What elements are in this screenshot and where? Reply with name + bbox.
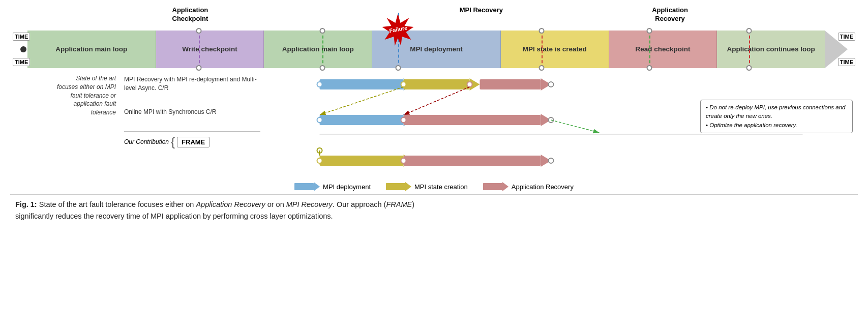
frame-label: FRAME — [177, 137, 209, 147]
dot-bot-6 — [746, 65, 752, 71]
caption-text-4: ) — [412, 200, 414, 208]
brace-icon: { — [171, 136, 175, 148]
caption-text-5: significantly reduces the recovery time … — [15, 212, 333, 220]
seg-app-continues: Application continues loop — [717, 31, 825, 68]
bullet-icon-2: • — [706, 122, 708, 128]
svg-point-14 — [401, 82, 406, 87]
legend-arrow-yellow — [386, 182, 411, 191]
time-bottom-left: TIME — [13, 58, 30, 66]
legend-arrow-body-red — [483, 183, 502, 190]
dot-top-5 — [647, 28, 652, 34]
dot-top-2 — [320, 28, 325, 34]
svg-point-16 — [549, 82, 554, 87]
fig-label: Fig. 1: — [15, 200, 37, 208]
legend: MPI deployment MPI state creation Applic… — [10, 182, 858, 191]
legend-arrow-body-blue — [294, 183, 314, 190]
svg-point-23 — [317, 117, 322, 123]
svg-point-24 — [401, 117, 406, 123]
time-top-left: TIME — [13, 33, 30, 41]
caption-text-1: State of the art fault tolerance focuses… — [39, 200, 196, 208]
bullet-icon-1: • — [706, 104, 708, 110]
svg-rect-21 — [404, 115, 541, 125]
divider — [124, 131, 260, 132]
legend-app-recovery: Application Recovery — [483, 182, 574, 191]
seg-write-checkpoint: Write checkpoint — [156, 31, 264, 68]
svg-line-26 — [551, 120, 600, 133]
right-arrows-area: • Do not re-deploy MPI, use previous con… — [264, 74, 858, 178]
svg-point-35 — [401, 158, 406, 163]
vline-red2 — [749, 31, 750, 68]
legend-label-mpi: MPI deployment — [323, 183, 371, 191]
svg-rect-19 — [320, 115, 404, 125]
seg-mpi-state: MPI state is created — [501, 31, 609, 68]
legend-arrowtip-yellow — [405, 182, 411, 191]
app-recovery-header: Application Recovery — [652, 6, 688, 23]
arrow-body: Application main loop Write checkpoint A… — [27, 31, 825, 68]
legend-mpi-state: MPI state creation — [386, 182, 468, 191]
legend-arrowtip-red — [502, 182, 508, 191]
caption-italic-2: MPI Recovery — [286, 200, 333, 208]
svg-point-32 — [317, 158, 322, 163]
legend-arrow-blue — [294, 182, 320, 191]
timeline-area: TIME TIME TIME TIME Application main loo… — [20, 31, 848, 68]
row1-label: MPI Recovery with MPI re-deployment and … — [124, 75, 260, 93]
vline-green — [322, 31, 323, 68]
svg-rect-7 — [320, 79, 404, 89]
dot-top-1 — [196, 28, 202, 34]
caption-text-3: . Our approach ( — [333, 200, 386, 208]
dot-top-6 — [746, 28, 752, 34]
legend-arrow-body-yellow — [386, 183, 405, 190]
legend-label-state: MPI state creation — [414, 183, 468, 191]
diagram-wrapper: Application Checkpoint MPI Recovery Appl… — [10, 5, 858, 191]
legend-arrowtip-blue — [314, 182, 320, 191]
left-annotation-col: State of the art focuses either on MPI f… — [20, 74, 122, 178]
svg-line-17 — [320, 87, 404, 115]
legend-arrow-red — [483, 182, 508, 191]
seg-app-main-1: Application main loop — [27, 31, 156, 68]
svg-point-13 — [317, 82, 322, 87]
vline-green2 — [649, 31, 650, 68]
dot-top-4 — [539, 28, 545, 34]
header-row: Application Checkpoint MPI Recovery Appl… — [41, 5, 827, 31]
mpi-recovery-header: MPI Recovery — [460, 6, 503, 14]
outer-arrow: Application main loop Write checkpoint A… — [20, 31, 848, 68]
app-checkpoint-header: Application Checkpoint — [172, 6, 208, 23]
dot-bot-5 — [647, 65, 652, 71]
caption-italic-3: FRAME — [386, 200, 412, 208]
contribution-row: Our Contribution { FRAME — [124, 136, 260, 148]
caption-text-2: or on — [265, 200, 286, 208]
svg-line-18 — [404, 87, 470, 115]
dot-bot-1 — [196, 65, 202, 71]
contribution-description: • Do not re-deploy MPI, use previous con… — [700, 100, 853, 133]
seg-app-main-2: Application main loop — [264, 31, 372, 68]
dot-bot-3 — [396, 65, 401, 71]
dot-bot-4 — [539, 65, 545, 71]
caption: Fig. 1: State of the art fault tolerance… — [10, 194, 858, 222]
caption-italic-1: Application Recovery — [196, 200, 265, 208]
time-top-right: TIME — [838, 33, 855, 41]
time-bottom-right: TIME — [838, 58, 855, 66]
failure-starburst: Failure — [382, 13, 415, 46]
legend-label-recovery: Application Recovery — [512, 183, 574, 191]
svg-rect-33 — [404, 156, 541, 166]
seg-read-checkpoint: Read checkpoint — [609, 31, 717, 68]
svg-rect-30 — [320, 156, 404, 166]
state-of-art-text: State of the art focuses either on MPI f… — [20, 74, 118, 117]
dot-bot-2 — [320, 65, 325, 71]
start-dot — [20, 46, 26, 52]
legend-mpi-deployment: MPI deployment — [294, 182, 371, 191]
row2-label: Online MPI with Synchronous C/R — [124, 108, 260, 116]
time-labels-right: TIME TIME — [838, 31, 855, 68]
svg-point-15 — [467, 82, 472, 87]
svg-rect-9 — [404, 79, 470, 89]
mid-annotation-col: MPI Recovery with MPI re-deployment and … — [122, 74, 264, 178]
annotations-area: State of the art focuses either on MPI f… — [20, 74, 858, 178]
vline-purple — [199, 31, 200, 68]
svg-point-36 — [549, 158, 554, 163]
svg-rect-11 — [480, 79, 541, 89]
vline-red — [542, 31, 543, 68]
main-container: Application Checkpoint MPI Recovery Appl… — [10, 5, 858, 222]
